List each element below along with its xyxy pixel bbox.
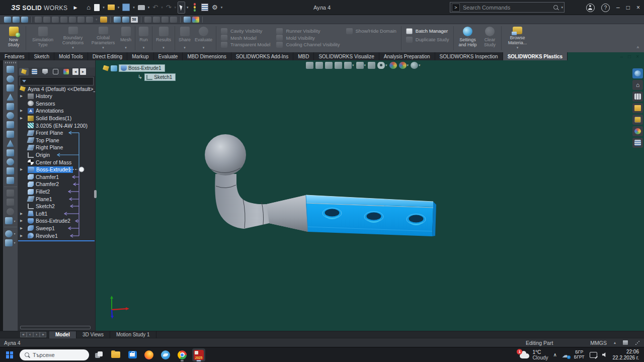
save-button[interactable]	[121, 2, 131, 13]
tree-item-boss-extrude2[interactable]: ▶Boss-Extrude2	[18, 217, 95, 225]
solid-body-icon[interactable]	[111, 65, 117, 71]
tab-solidworks-inspection[interactable]: SOLIDWORKS Inspection	[435, 52, 503, 60]
view-settings-icon[interactable]	[411, 62, 418, 69]
quick-tool-icon[interactable]	[21, 17, 28, 23]
appearances-tab[interactable]	[632, 126, 643, 136]
feature-tool-icon[interactable]	[7, 199, 14, 206]
tree-item-history[interactable]: ▶History	[18, 93, 95, 100]
feature-tool-icon[interactable]	[7, 167, 14, 174]
global-parameters-button[interactable]: Global Parameters ▾	[88, 25, 118, 51]
simulation-type-button[interactable]: Simulation Type	[28, 25, 58, 51]
feature-tool-icon[interactable]	[7, 149, 14, 156]
quick-tool-icon[interactable]	[100, 17, 107, 23]
options-caret[interactable]: ▾	[220, 6, 224, 10]
menu-expand-icon[interactable]: ▶	[73, 5, 77, 10]
home-button[interactable]: ⌂	[85, 2, 92, 13]
feature-tool-icon[interactable]	[7, 94, 14, 101]
toolbar-grip[interactable]	[5, 62, 16, 63]
new-caret[interactable]: ▾	[102, 6, 106, 10]
custom-properties-tab[interactable]	[632, 138, 643, 148]
search-caret[interactable]: ▾	[560, 6, 564, 10]
quick-tool-icon[interactable]	[4, 17, 11, 23]
feature-tool-icon[interactable]	[7, 112, 14, 119]
rollback-bar[interactable]	[18, 240, 95, 241]
feature-tool-icon[interactable]	[5, 239, 13, 246]
hide-show-items-icon[interactable]	[377, 62, 385, 69]
part-icon[interactable]	[103, 65, 109, 71]
quick-tool-icon[interactable]	[192, 17, 199, 23]
open-caret[interactable]: ▾	[117, 6, 121, 10]
quick-tool-icon[interactable]	[162, 17, 169, 23]
dimension-grid-icon[interactable]: 58	[131, 17, 138, 23]
quick-tool-icon[interactable]	[60, 17, 67, 23]
mold-visibility-toggle[interactable]: Mold Visibility	[276, 35, 340, 41]
file-explorer-tab[interactable]	[632, 103, 643, 113]
tree-root[interactable]: Аула 4 (Default) <<Default>_Display S	[18, 85, 95, 93]
new-study-button[interactable]: New Study	[3, 25, 24, 51]
results-button[interactable]: Results ▾	[154, 25, 173, 51]
zoom-area-icon[interactable]	[315, 62, 323, 69]
tab-nav-first[interactable]: «	[20, 332, 27, 337]
select-tool-button[interactable]	[178, 2, 185, 14]
mesh-model-toggle[interactable]: Mesh Model	[221, 35, 270, 41]
show-hide-domain-toggle[interactable]: Show/Hide Domain	[346, 28, 396, 34]
language-indicator[interactable]: БГР БГРТ	[574, 350, 585, 359]
view-orientation-icon[interactable]	[356, 62, 364, 69]
tray-chevron-icon[interactable]: ∧	[553, 352, 557, 357]
onedrive-icon[interactable]: ☁i	[562, 351, 569, 359]
quick-tool-icon[interactable]	[13, 17, 20, 23]
evaluate-button[interactable]: Evaluate ▾	[193, 25, 214, 51]
maximize-button[interactable]: □	[626, 4, 630, 11]
feature-tool-icon[interactable]	[7, 84, 14, 92]
tree-item-fillet2[interactable]: Fillet2	[18, 188, 95, 196]
select-caret[interactable]: ▾	[186, 6, 190, 10]
properties-button[interactable]	[200, 2, 210, 13]
print-caret[interactable]: ▾	[147, 6, 151, 10]
tab-solidworks-plastics[interactable]: SOLIDWORKS Plastics	[503, 52, 568, 60]
feature-tool-icon[interactable]	[7, 208, 14, 215]
tree-item-sketch2[interactable]: Sketch2	[18, 203, 95, 210]
tow-hitch-model[interactable]	[96, 60, 644, 331]
print-button[interactable]	[136, 2, 146, 13]
dimxpertmanager-tab[interactable]	[51, 68, 60, 75]
runner-visibility-toggle[interactable]: Runner Visibility	[276, 28, 340, 34]
tab-analysis-preparation[interactable]: Analysis Preparation	[379, 52, 435, 60]
quick-tool-icon[interactable]	[184, 17, 191, 23]
view-palette-tab[interactable]	[632, 115, 643, 125]
graphics-viewport[interactable]: Boss-Extrude1 ↳ Sketch1 ▾ ▾ ▾	[96, 60, 644, 331]
feature-tool-icon[interactable]	[7, 158, 14, 165]
annotation-views-icon[interactable]	[344, 62, 352, 69]
apply-scene-icon[interactable]	[399, 62, 407, 69]
quick-tool-icon[interactable]	[86, 17, 93, 23]
pen-display-icon[interactable]	[590, 352, 597, 358]
tab-mold-tools[interactable]: Mold Tools	[54, 52, 88, 60]
configurationmanager-tab[interactable]	[40, 68, 50, 75]
doc-restore-icon[interactable]: □	[628, 54, 631, 59]
tab-motion-study-1[interactable]: Motion Study 1	[110, 331, 156, 338]
edit-appearance-icon[interactable]	[389, 62, 397, 69]
quick-tool-icon[interactable]	[122, 17, 129, 23]
zoom-fit-icon[interactable]	[306, 62, 313, 69]
tab-solidworks-addins[interactable]: SOLIDWORKS Add-Ins	[231, 52, 293, 60]
taskbar-search[interactable]: Търсене	[20, 349, 89, 360]
tree-item-center-of-mass[interactable]: Center of Mass	[18, 158, 95, 166]
share-button[interactable]: Share ▾	[177, 25, 193, 51]
quick-tool-icon[interactable]	[69, 17, 76, 23]
new-document-button[interactable]	[93, 2, 101, 13]
breadcrumb-sketch[interactable]: Sketch1	[144, 73, 176, 81]
batch-manager-button[interactable]: Batch Manager	[406, 28, 449, 34]
browse-materials-button[interactable]: Browse Materia... ▾	[503, 25, 531, 51]
clear-study-button[interactable]: Clear Study	[479, 25, 500, 51]
cavity-visibility-toggle[interactable]: Cavity Visibility	[221, 28, 270, 34]
feature-tool-icon[interactable]	[7, 131, 14, 138]
user-account-icon[interactable]	[586, 4, 595, 12]
breadcrumb-feature[interactable]: Boss-Extrude1	[119, 64, 165, 72]
feature-tool-icon[interactable]	[7, 121, 14, 128]
featuremanager-tab[interactable]	[19, 68, 29, 75]
tree-item-right-plane[interactable]: Right Plane	[18, 144, 95, 151]
tab-mbd-dimensions[interactable]: MBD Dimensions	[183, 52, 231, 60]
section-view-icon[interactable]	[335, 62, 342, 69]
tab-direct-editing[interactable]: Direct Editing	[88, 52, 127, 60]
feature-tool-icon[interactable]	[7, 66, 14, 73]
start-button[interactable]	[3, 348, 16, 361]
